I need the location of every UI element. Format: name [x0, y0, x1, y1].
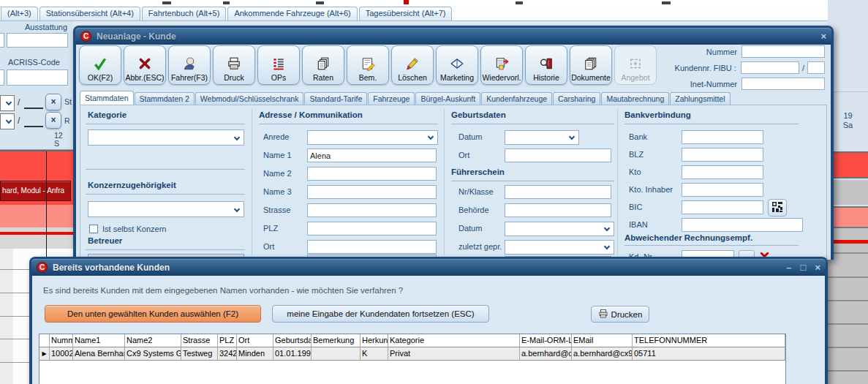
- table-row[interactable]: ▶10002Alena BernhardCx9 Systems GmTestwe…: [39, 347, 785, 361]
- table-header-strasse[interactable]: Strasse: [181, 334, 218, 347]
- clipped-select[interactable]: [0, 95, 15, 111]
- toolbar-button-druck[interactable]: Druck: [213, 45, 255, 85]
- kundennr-fibu-input[interactable]: [741, 61, 799, 74]
- table-cell-bemerkung[interactable]: [312, 347, 361, 361]
- ausstattung-input[interactable]: [7, 33, 68, 48]
- table-cell-numme[interactable]: 10002: [50, 347, 73, 361]
- table-header-geburtsdat[interactable]: Geburtsdat: [273, 334, 312, 347]
- select-datum[interactable]: [505, 130, 579, 145]
- tab-kundenfahrzeuge[interactable]: Kundenfahrzeuge: [481, 92, 552, 105]
- kundennr-fibu-suffix-input[interactable]: [807, 61, 825, 74]
- tab-fahrzeuge[interactable]: Fahrzeuge: [368, 92, 415, 105]
- input-nr-klasse[interactable]: [505, 185, 611, 199]
- table-cell-herkunf[interactable]: K: [361, 347, 388, 361]
- background-tab-tages-bersicht-alt-7[interactable]: Tagesübersicht (Alt+7): [359, 7, 453, 20]
- input-ort[interactable]: [307, 240, 437, 254]
- table-header-e-mail-orm-lo[interactable]: E-Mail-ORM-Lo: [520, 334, 572, 347]
- toolbar-button-ok-f2[interactable]: OK(F2): [79, 45, 121, 85]
- table-header-ort[interactable]: Ort: [237, 334, 273, 347]
- input-ort[interactable]: [505, 148, 611, 162]
- toolbar-button-angebot[interactable]: Angebot: [614, 45, 657, 85]
- toolbar-button-l-schen[interactable]: Löschen: [391, 45, 434, 85]
- table-cell-geburtsdat[interactable]: 01.01.1990: [273, 347, 312, 361]
- input-kto[interactable]: [682, 165, 763, 179]
- tab-mautabrechnung[interactable]: Mautabrechnung: [601, 92, 669, 105]
- table-header-kategorie[interactable]: Kategorie: [388, 334, 520, 347]
- table-cell-name1[interactable]: Alena Bernhard: [73, 347, 125, 361]
- booking-bar[interactable]: hard, Modul - Anfra: [0, 181, 71, 201]
- konzern-select[interactable]: [88, 201, 244, 217]
- table-header-email[interactable]: EMail: [572, 334, 633, 347]
- background-tab-ankommende-fahrzeuge-alt-6[interactable]: Ankommende Fahrzeuge (Alt+6): [227, 7, 357, 20]
- select-zuletzt-gepr[interactable]: [505, 240, 614, 255]
- tab-stammdaten[interactable]: Stammdaten: [80, 91, 134, 105]
- tab-webmodul-schl-sselschrank[interactable]: Webmodul/Schlüsselschrank: [195, 92, 304, 105]
- input-blz[interactable]: [682, 148, 763, 162]
- table-header-telefonnummer[interactable]: TELEFONNUMMER: [633, 334, 785, 347]
- table-cell-e-mail-orm-lo[interactable]: a.bernhard@cx: [520, 347, 572, 361]
- select-anrede[interactable]: [307, 130, 438, 145]
- toolbar-button-abbr-esc[interactable]: Abbr.(ESC): [124, 45, 166, 85]
- toolbar-button-historie[interactable]: Historie: [525, 45, 567, 85]
- toolbar-button-marketing[interactable]: Marketing: [436, 45, 478, 85]
- toolbar-button-raten[interactable]: Raten: [302, 45, 344, 85]
- toolbar-button-fahrer-f3[interactable]: Fahrer(F3): [168, 45, 211, 85]
- input-bank[interactable]: [682, 130, 763, 144]
- clear-row-button[interactable]: ×: [45, 94, 61, 110]
- table-header-name2[interactable]: Name2: [125, 334, 181, 347]
- underline-input[interactable]: [24, 115, 43, 127]
- clear-row-button[interactable]: ×: [45, 112, 61, 129]
- toolbar-button-ops[interactable]: OPs: [257, 45, 300, 85]
- table-cell-plz[interactable]: 3242!: [218, 347, 237, 361]
- table-cell-ort[interactable]: Minden: [237, 347, 273, 361]
- close-icon[interactable]: ×: [815, 262, 820, 274]
- tab-b-rgel-auskunft[interactable]: Bürgel-Auskunft: [415, 92, 480, 105]
- input-beh-rde[interactable]: [505, 203, 611, 217]
- toolbar-button-bem[interactable]: Bem.: [347, 45, 389, 85]
- tab-standard-tarife[interactable]: Standard-Tarife: [304, 92, 367, 105]
- table-header-name1[interactable]: Name1: [73, 334, 125, 347]
- toolbar-button-wiedervorl[interactable]: Wiedervorl.: [480, 45, 523, 85]
- input-name-2[interactable]: [307, 167, 437, 181]
- title-bar[interactable]: C Neuanlage - Kunde ×: [75, 28, 831, 45]
- input-name-3[interactable]: [307, 185, 437, 199]
- bic-qr-button[interactable]: [768, 199, 787, 217]
- title-bar[interactable]: C Bereits vorhandene Kunden – □ ×: [31, 259, 826, 276]
- ist-selbst-konzern-checkbox[interactable]: [89, 225, 98, 233]
- clipped-select[interactable]: [0, 113, 15, 129]
- tab-stammdaten-2[interactable]: Stammdaten 2: [135, 92, 195, 105]
- table-header-bemerkung[interactable]: Bemerkung: [312, 334, 361, 347]
- input-name-1[interactable]: [307, 148, 437, 162]
- table-cell-strasse[interactable]: Testweg: [181, 347, 218, 361]
- underline-input[interactable]: [24, 97, 43, 109]
- input-plz[interactable]: [307, 222, 437, 236]
- table-cell-kategorie[interactable]: Privat: [388, 347, 520, 361]
- select-datum[interactable]: [505, 222, 614, 236]
- input-strasse[interactable]: [307, 203, 437, 217]
- maximize-icon[interactable]: □: [801, 262, 807, 274]
- input-iban[interactable]: [682, 218, 803, 232]
- toolbar-button-dokumente[interactable]: Dokumente: [570, 45, 612, 85]
- tab-zahlungsmittel[interactable]: Zahlungsmittel: [670, 92, 730, 105]
- input-kto-inhaber[interactable]: [682, 183, 763, 197]
- continue-entry-button[interactable]: meine Eingabe der Kundendaten fortsetzen…: [272, 305, 489, 323]
- minimize-icon[interactable]: –: [786, 262, 791, 274]
- background-tab-stations-bersicht-alt-4[interactable]: Stationsübersicht (Alt+4): [39, 7, 140, 20]
- close-icon[interactable]: ×: [820, 31, 826, 42]
- table-cell-email[interactable]: a.bernhard@cx9.c: [572, 347, 633, 361]
- print-button[interactable]: Drucken: [591, 306, 649, 323]
- inet-nummer-input[interactable]: [741, 78, 825, 90]
- background-tab-alt-3[interactable]: (Alt+3): [1, 7, 38, 20]
- tab-carsharing[interactable]: Carsharing: [553, 92, 600, 105]
- acriss-code-input[interactable]: [7, 69, 68, 86]
- table-header-numme[interactable]: Numme: [50, 334, 73, 347]
- table-header-plz[interactable]: PLZ: [218, 334, 237, 347]
- table-cell-name2[interactable]: Cx9 Systems Gm: [125, 347, 181, 361]
- input-bic[interactable]: [682, 200, 763, 214]
- background-tab-fahrtenbuch-alt-5[interactable]: Fahrtenbuch (Alt+5): [142, 7, 227, 20]
- kategorie-select[interactable]: [88, 129, 244, 146]
- table-header-herkunf[interactable]: Herkunf: [361, 334, 388, 347]
- select-existing-customer-button[interactable]: Den unten gewählten Kunden auswählen (F2…: [45, 305, 261, 323]
- nummer-input[interactable]: [741, 45, 825, 58]
- table-cell-telefonnummer[interactable]: 05711: [633, 347, 785, 361]
